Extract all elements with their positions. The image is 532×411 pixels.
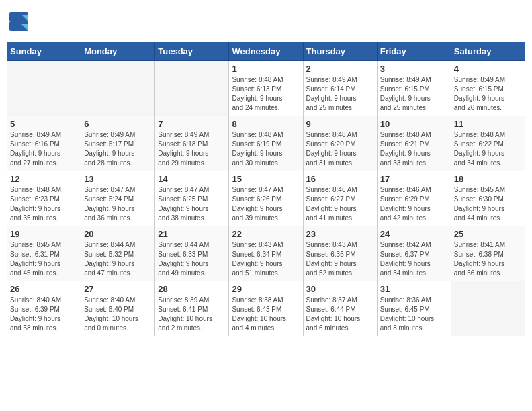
calendar-week-row: 1Sunrise: 8:48 AM Sunset: 6:13 PM Daylig… <box>7 61 525 116</box>
day-number: 30 <box>306 284 374 294</box>
day-info: Sunrise: 8:40 AM Sunset: 6:39 PM Dayligh… <box>10 295 78 333</box>
calendar-day-cell: 8Sunrise: 8:48 AM Sunset: 6:19 PM Daylig… <box>229 116 303 171</box>
calendar-week-row: 12Sunrise: 8:48 AM Sunset: 6:23 PM Dayli… <box>7 171 525 226</box>
day-number: 7 <box>158 119 226 129</box>
day-info: Sunrise: 8:41 AM Sunset: 6:38 PM Dayligh… <box>454 240 522 278</box>
calendar-table: SundayMondayTuesdayWednesdayThursdayFrid… <box>7 42 525 336</box>
calendar-day-cell: 30Sunrise: 8:37 AM Sunset: 6:44 PM Dayli… <box>303 281 377 336</box>
day-number: 23 <box>306 229 374 239</box>
day-info: Sunrise: 8:49 AM Sunset: 6:15 PM Dayligh… <box>454 75 522 113</box>
day-number: 16 <box>306 174 374 184</box>
day-number: 5 <box>10 119 78 129</box>
calendar-day-cell: 3Sunrise: 8:49 AM Sunset: 6:15 PM Daylig… <box>377 61 451 116</box>
day-number: 3 <box>380 64 448 74</box>
day-info: Sunrise: 8:49 AM Sunset: 6:14 PM Dayligh… <box>306 75 374 113</box>
day-number: 20 <box>84 229 152 239</box>
day-number: 15 <box>232 174 300 184</box>
calendar-day-cell: 2Sunrise: 8:49 AM Sunset: 6:14 PM Daylig… <box>303 61 377 116</box>
calendar-day-cell: 7Sunrise: 8:49 AM Sunset: 6:18 PM Daylig… <box>155 116 229 171</box>
calendar-day-cell: 26Sunrise: 8:40 AM Sunset: 6:39 PM Dayli… <box>7 281 81 336</box>
calendar-day-cell: 1Sunrise: 8:48 AM Sunset: 6:13 PM Daylig… <box>229 61 303 116</box>
day-number: 14 <box>158 174 226 184</box>
day-info: Sunrise: 8:48 AM Sunset: 6:21 PM Dayligh… <box>380 130 448 168</box>
calendar-day-cell: 9Sunrise: 8:48 AM Sunset: 6:20 PM Daylig… <box>303 116 377 171</box>
day-info: Sunrise: 8:48 AM Sunset: 6:20 PM Dayligh… <box>306 130 374 168</box>
weekday-header-cell: Sunday <box>7 42 81 61</box>
day-number: 24 <box>380 229 448 239</box>
day-info: Sunrise: 8:36 AM Sunset: 6:45 PM Dayligh… <box>380 295 448 333</box>
day-number: 4 <box>454 64 522 74</box>
calendar-day-cell: 19Sunrise: 8:45 AM Sunset: 6:31 PM Dayli… <box>7 226 81 281</box>
calendar-day-cell: 28Sunrise: 8:39 AM Sunset: 6:41 PM Dayli… <box>155 281 229 336</box>
calendar-day-cell: 4Sunrise: 8:49 AM Sunset: 6:15 PM Daylig… <box>451 61 525 116</box>
day-number: 29 <box>232 284 300 294</box>
day-number: 10 <box>380 119 448 129</box>
calendar-day-cell: 13Sunrise: 8:47 AM Sunset: 6:24 PM Dayli… <box>81 171 155 226</box>
calendar-day-cell: 10Sunrise: 8:48 AM Sunset: 6:21 PM Dayli… <box>377 116 451 171</box>
weekday-header-cell: Monday <box>81 42 155 61</box>
calendar-day-cell: 16Sunrise: 8:46 AM Sunset: 6:27 PM Dayli… <box>303 171 377 226</box>
day-number: 28 <box>158 284 226 294</box>
day-info: Sunrise: 8:49 AM Sunset: 6:17 PM Dayligh… <box>84 130 152 168</box>
calendar-day-cell: 25Sunrise: 8:41 AM Sunset: 6:38 PM Dayli… <box>451 226 525 281</box>
calendar-day-cell: 12Sunrise: 8:48 AM Sunset: 6:23 PM Dayli… <box>7 171 81 226</box>
calendar-day-cell: 18Sunrise: 8:45 AM Sunset: 6:30 PM Dayli… <box>451 171 525 226</box>
calendar-day-cell: 17Sunrise: 8:46 AM Sunset: 6:29 PM Dayli… <box>377 171 451 226</box>
day-number: 22 <box>232 229 300 239</box>
calendar-day-cell: 6Sunrise: 8:49 AM Sunset: 6:17 PM Daylig… <box>81 116 155 171</box>
weekday-header-cell: Tuesday <box>155 42 229 61</box>
calendar-day-cell: 22Sunrise: 8:43 AM Sunset: 6:34 PM Dayli… <box>229 226 303 281</box>
day-number: 26 <box>10 284 78 294</box>
calendar-day-cell: 14Sunrise: 8:47 AM Sunset: 6:25 PM Dayli… <box>155 171 229 226</box>
calendar-day-cell: 21Sunrise: 8:44 AM Sunset: 6:33 PM Dayli… <box>155 226 229 281</box>
day-info: Sunrise: 8:43 AM Sunset: 6:34 PM Dayligh… <box>232 240 300 278</box>
calendar-day-cell: 29Sunrise: 8:38 AM Sunset: 6:43 PM Dayli… <box>229 281 303 336</box>
day-number: 11 <box>454 119 522 129</box>
calendar-week-row: 19Sunrise: 8:45 AM Sunset: 6:31 PM Dayli… <box>7 226 525 281</box>
day-info: Sunrise: 8:39 AM Sunset: 6:41 PM Dayligh… <box>158 295 226 333</box>
day-number: 2 <box>306 64 374 74</box>
calendar-day-cell: 11Sunrise: 8:48 AM Sunset: 6:22 PM Dayli… <box>451 116 525 171</box>
calendar-day-cell: 5Sunrise: 8:49 AM Sunset: 6:16 PM Daylig… <box>7 116 81 171</box>
day-info: Sunrise: 8:37 AM Sunset: 6:44 PM Dayligh… <box>306 295 374 333</box>
weekday-header-cell: Saturday <box>451 42 525 61</box>
day-info: Sunrise: 8:48 AM Sunset: 6:19 PM Dayligh… <box>232 130 300 168</box>
day-info: Sunrise: 8:47 AM Sunset: 6:25 PM Dayligh… <box>158 185 226 223</box>
day-info: Sunrise: 8:47 AM Sunset: 6:26 PM Dayligh… <box>232 185 300 223</box>
calendar-day-cell <box>81 61 155 116</box>
day-number: 6 <box>84 119 152 129</box>
day-info: Sunrise: 8:44 AM Sunset: 6:33 PM Dayligh… <box>158 240 226 278</box>
page-header <box>7 7 525 36</box>
calendar-day-cell <box>451 281 525 336</box>
day-number: 31 <box>380 284 448 294</box>
day-info: Sunrise: 8:47 AM Sunset: 6:24 PM Dayligh… <box>84 185 152 223</box>
day-number: 1 <box>232 64 300 74</box>
day-info: Sunrise: 8:45 AM Sunset: 6:31 PM Dayligh… <box>10 240 78 278</box>
calendar-day-cell <box>7 61 81 116</box>
calendar-week-row: 5Sunrise: 8:49 AM Sunset: 6:16 PM Daylig… <box>7 116 525 171</box>
calendar-day-cell: 23Sunrise: 8:43 AM Sunset: 6:35 PM Dayli… <box>303 226 377 281</box>
day-info: Sunrise: 8:46 AM Sunset: 6:29 PM Dayligh… <box>380 185 448 223</box>
day-info: Sunrise: 8:43 AM Sunset: 6:35 PM Dayligh… <box>306 240 374 278</box>
day-number: 17 <box>380 174 448 184</box>
day-info: Sunrise: 8:42 AM Sunset: 6:37 PM Dayligh… <box>380 240 448 278</box>
day-info: Sunrise: 8:38 AM Sunset: 6:43 PM Dayligh… <box>232 295 300 333</box>
day-number: 25 <box>454 229 522 239</box>
day-info: Sunrise: 8:48 AM Sunset: 6:13 PM Dayligh… <box>232 75 300 113</box>
day-info: Sunrise: 8:49 AM Sunset: 6:15 PM Dayligh… <box>380 75 448 113</box>
weekday-header-cell: Friday <box>377 42 451 61</box>
logo-icon <box>9 12 28 31</box>
day-info: Sunrise: 8:48 AM Sunset: 6:23 PM Dayligh… <box>10 185 78 223</box>
calendar-day-cell: 20Sunrise: 8:44 AM Sunset: 6:32 PM Dayli… <box>81 226 155 281</box>
day-number: 27 <box>84 284 152 294</box>
calendar-day-cell: 15Sunrise: 8:47 AM Sunset: 6:26 PM Dayli… <box>229 171 303 226</box>
weekday-header-cell: Thursday <box>303 42 377 61</box>
calendar-week-row: 26Sunrise: 8:40 AM Sunset: 6:39 PM Dayli… <box>7 281 525 336</box>
day-info: Sunrise: 8:44 AM Sunset: 6:32 PM Dayligh… <box>84 240 152 278</box>
day-number: 8 <box>232 119 300 129</box>
weekday-header-row: SundayMondayTuesdayWednesdayThursdayFrid… <box>7 42 525 61</box>
day-number: 18 <box>454 174 522 184</box>
day-info: Sunrise: 8:49 AM Sunset: 6:18 PM Dayligh… <box>158 130 226 168</box>
day-info: Sunrise: 8:45 AM Sunset: 6:30 PM Dayligh… <box>454 185 522 223</box>
day-info: Sunrise: 8:40 AM Sunset: 6:40 PM Dayligh… <box>84 295 152 333</box>
